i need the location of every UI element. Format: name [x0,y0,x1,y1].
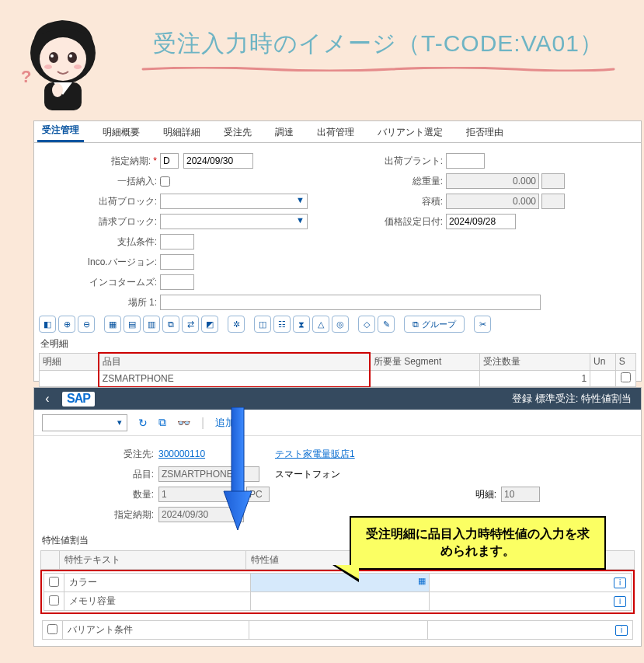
material-cell[interactable]: ZSMARTPHONE [99,371,370,387]
bill-block-select[interactable] [160,214,308,229]
s-checkbox[interactable] [621,372,631,382]
back-button[interactable]: ‹ [34,392,61,406]
annotation-arrow [222,407,253,532]
display-button[interactable]: ◧ [39,316,56,333]
place1-input[interactable] [160,295,541,310]
char-value-input[interactable] [249,621,428,640]
batch-delivery-label: 一括納入: [42,175,160,188]
svg-point-6 [44,65,52,69]
misc2-button[interactable]: ☷ [273,316,291,333]
glasses-icon[interactable]: 👓 [177,417,190,429]
annotation-callout: 受注明細に品目入力時特性値の入力を求められます。 [350,516,606,570]
misc5-button[interactable]: ◎ [332,316,349,333]
tab-procurement[interactable]: 調達 [270,123,298,142]
settings-button[interactable]: ✂ [474,316,491,333]
gross-weight-uom [541,173,565,189]
layout4-button[interactable]: ⧉ [162,316,179,333]
misc4-button[interactable]: △ [312,316,329,333]
soldto-name-link[interactable]: テスト家電量販店1 [275,448,355,461]
svg-point-4 [50,54,54,58]
order-header-form: 指定納期: * 出荷プラント: 一括納入: 総重量: 出荷ブロック: ▼ 容積: [34,143,641,312]
char-row-variant-cond[interactable]: バリアント条件 i [43,621,633,640]
attach-button[interactable]: ◇ [358,316,375,333]
char-row-memory[interactable]: メモリ容量 i [44,592,632,611]
s-cell[interactable] [615,371,635,387]
char-value-input[interactable] [251,592,430,611]
col-check [41,551,60,570]
segment-cell[interactable] [370,371,480,387]
docflow-button[interactable]: ⇄ [182,316,199,333]
tab-order-mgmt[interactable]: 受注管理 [37,120,84,142]
svg-point-9 [52,83,63,97]
characteristics-row-variant: バリアント条件 i [42,620,633,640]
ship-plant-input[interactable] [446,153,485,169]
window2-header: ‹ SAP 登録 標準受注: 特性値割当 [34,388,641,410]
config-button[interactable]: ✲ [228,316,245,333]
status-button[interactable]: ◩ [201,316,218,333]
svg-point-3 [68,52,77,63]
char-text: バリアント条件 [63,621,249,640]
info-icon[interactable]: i [614,596,626,607]
tab-shipping[interactable]: 出荷管理 [312,123,359,142]
tab-soldto[interactable]: 受注先 [219,123,256,142]
date-label: 指定納期: [42,508,158,522]
valuehelp-icon[interactable]: ▦ [418,576,426,586]
info-icon[interactable]: i [614,578,626,588]
layout2-button[interactable]: ▤ [124,316,141,333]
delivery-date-label: 指定納期: * [42,155,160,168]
delivery-date-type-input[interactable] [160,153,179,169]
col-s: S [615,353,635,371]
layout1-button[interactable]: ▦ [104,316,121,333]
page-header: ? 受注入力時のイメージ（T-CODE:VA01） [11,12,632,106]
misc3-button[interactable]: ⧗ [293,316,310,333]
material-name: スマートフォン [275,468,340,481]
window2-toolbar: ▾ ↻ ⧉ 👓 | 追加 ▾ [34,410,641,436]
add-item-button[interactable]: ⊕ [58,316,75,333]
all-items-label: 全明細 [34,336,641,352]
qty-label: 数量: [42,488,158,501]
batch-delivery-checkbox[interactable] [160,176,170,187]
tab-variant[interactable]: バリアント選定 [373,123,447,142]
svg-marker-11 [224,491,252,530]
item-toolbar: ◧ ⊕ ⊖ ▦ ▤ ▥ ⧉ ⇄ ◩ ✲ ◫ ☷ ⧗ △ ◎ ◇ ✎ ⧉グループ … [34,312,641,336]
question-mark-icon: ? [21,67,31,87]
char-checkbox[interactable] [47,624,57,634]
misc1-button[interactable]: ◫ [254,316,271,333]
uom-cell[interactable] [590,371,616,387]
ship-block-select[interactable] [160,194,308,209]
refresh-icon[interactable]: ↻ [138,417,148,429]
copy-icon[interactable]: ⧉ [158,416,166,429]
svg-point-7 [74,65,82,69]
delivery-date-input[interactable] [183,153,253,169]
sap-logo: SAP [62,392,95,407]
inco-version-input[interactable] [160,254,194,270]
info-icon[interactable]: i [615,625,628,636]
group-button[interactable]: ⧉グループ [404,316,465,333]
svg-rect-10 [231,407,244,493]
sap-order-window: 受注管理 明細概要 明細詳細 受注先 調達 出荷管理 バリアント選定 拒否理由 … [33,120,642,382]
char-text: カラー [64,574,251,592]
avatar-illustration [11,12,116,113]
price-date-input[interactable] [446,214,516,229]
group-icon: ⧉ [413,319,419,330]
tab-item-detail[interactable]: 明細詳細 [158,123,205,142]
qty-cell[interactable]: 1 [480,371,590,387]
price-date-label: 価格設定日付: [376,215,446,229]
col-material: 品目 [99,353,370,371]
layout3-button[interactable]: ▥ [143,316,160,333]
ship-block-label: 出荷ブロック: [42,195,160,208]
incoterms-input[interactable] [160,274,194,290]
col-uom: Un [590,353,616,371]
text-button[interactable]: ✎ [378,316,395,333]
item-cell[interactable] [40,371,99,387]
material-label: 品目: [42,468,158,481]
char-checkbox[interactable] [49,577,59,587]
col-segment: 所要量 Segment [370,353,480,371]
variant-select[interactable]: ▾ [42,414,127,431]
remove-item-button[interactable]: ⊖ [78,316,95,333]
char-checkbox[interactable] [49,595,59,605]
table-row[interactable]: ZSMARTPHONE 1 [40,371,636,387]
tab-reject[interactable]: 拒否理由 [461,123,508,142]
tab-item-overview[interactable]: 明細概要 [98,123,144,142]
pay-terms-input[interactable] [160,234,194,249]
